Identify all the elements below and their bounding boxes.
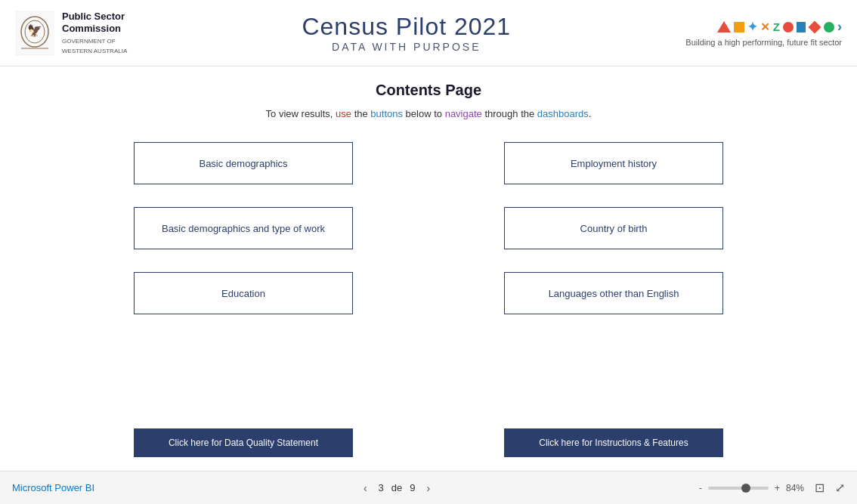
square-yellow-icon <box>734 22 744 32</box>
basic-demographics-button[interactable]: Basic demographics <box>134 142 353 184</box>
header: 🦅 Public Sector Commission GOVERNMENT OF… <box>0 0 857 66</box>
bottom-action-buttons: Click here for Data Quality Statement Cl… <box>134 428 723 463</box>
circle-red-icon <box>783 22 794 32</box>
zoom-plus-icon[interactable]: + <box>775 483 780 493</box>
zoom-controls: - + 84% <box>699 483 804 493</box>
circle-green-icon <box>824 22 834 32</box>
header-right-logo: ✦ ✕ Z › Building a high performing, futu… <box>685 19 842 47</box>
subtitle: To view results, use the buttons below t… <box>266 108 592 119</box>
org-line2: Commission <box>62 23 127 35</box>
page-total: 9 <box>410 482 415 493</box>
chevron-right-icon: › <box>837 19 842 35</box>
fit-page-icon[interactable]: ⊡ <box>815 481 825 495</box>
header-center-logo: Census Pilot 2021 DATA WITH PURPOSE <box>302 13 511 53</box>
dashboards-word: dashboards <box>537 108 589 119</box>
government-crest: 🦅 <box>15 11 54 56</box>
nav-buttons-grid: Basic demographics Employment history Ba… <box>134 142 723 314</box>
next-page-button[interactable]: › <box>422 481 434 496</box>
gov-line2: WESTERN AUSTRALIA <box>62 48 127 55</box>
footer-right-controls: - + 84% ⊡ ⤢ <box>699 481 845 495</box>
expand-icon[interactable]: ⤢ <box>835 481 845 495</box>
plus-blue-icon: ✦ <box>747 20 757 34</box>
zoom-thumb <box>741 484 750 493</box>
data-purpose-tagline: DATA WITH PURPOSE <box>302 41 511 53</box>
pagination-control: ‹ 3 de 9 › <box>360 481 434 496</box>
data-quality-button[interactable]: Click here for Data Quality Statement <box>134 428 353 457</box>
rect-blue-icon <box>797 22 806 32</box>
prev-page-button[interactable]: ‹ <box>360 481 371 496</box>
languages-other-button[interactable]: Languages other than English <box>504 272 723 314</box>
zoom-percent-label: 84% <box>786 483 804 493</box>
power-bi-link[interactable]: Microsoft Power BI <box>12 482 94 493</box>
z-green-icon: Z <box>773 20 780 33</box>
main-content: Contents Page To view results, use the b… <box>0 66 857 471</box>
building-tagline: Building a high performing, future fit s… <box>685 38 842 47</box>
buttons-word: buttons <box>370 108 403 119</box>
triangle-icon <box>717 21 731 32</box>
instructions-features-button[interactable]: Click here for Instructions & Features <box>504 428 723 457</box>
page-separator: de <box>391 482 402 493</box>
census-title: Census Pilot 2021 <box>302 13 511 41</box>
cross-orange-icon: ✕ <box>760 20 770 34</box>
header-left: 🦅 Public Sector Commission GOVERNMENT OF… <box>15 11 127 56</box>
org-line1: Public Sector <box>62 11 127 23</box>
org-name: Public Sector Commission GOVERNMENT OF W… <box>62 11 127 54</box>
diamond-red-icon <box>808 20 821 33</box>
basic-demographics-work-button[interactable]: Basic demographics and type of work <box>134 207 353 249</box>
use-word: use <box>336 108 351 119</box>
page-title: Contents Page <box>376 82 481 99</box>
colorful-icons-row: ✦ ✕ Z › <box>717 19 842 35</box>
page-current: 3 <box>379 482 384 493</box>
navigate-word: navigate <box>445 108 482 119</box>
country-of-birth-button[interactable]: Country of birth <box>504 207 723 249</box>
svg-text:🦅: 🦅 <box>27 23 42 38</box>
gov-line1: GOVERNMENT OF <box>62 38 127 45</box>
zoom-slider[interactable] <box>708 487 769 490</box>
zoom-minus-icon[interactable]: - <box>699 483 702 493</box>
education-button[interactable]: Education <box>134 272 353 314</box>
footer-bar: Microsoft Power BI ‹ 3 de 9 › - + 84% ⊡ … <box>0 471 857 504</box>
employment-history-button[interactable]: Employment history <box>504 142 723 184</box>
